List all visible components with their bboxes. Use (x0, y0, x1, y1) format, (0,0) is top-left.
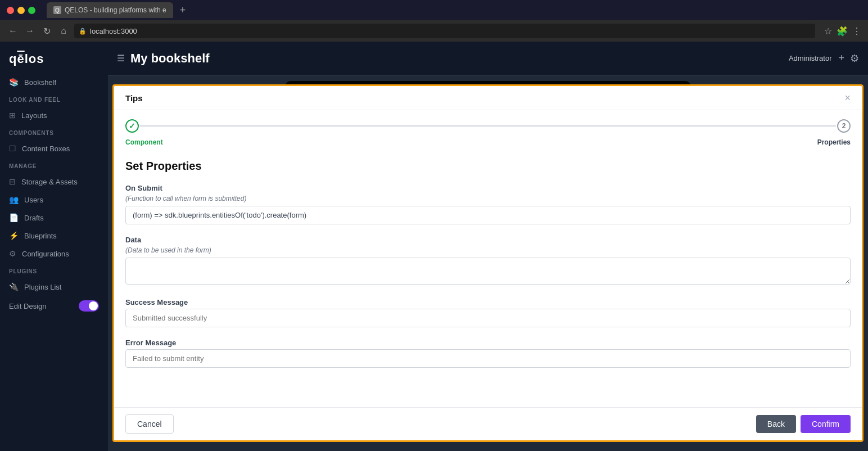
on-submit-sublabel: (Function to call when form is submitted… (125, 195, 851, 202)
edit-design-row: Edit Design (0, 296, 108, 316)
cancel-button[interactable]: Cancel (125, 414, 174, 434)
browser-actions: ☆ 🧩 ⋮ (824, 26, 861, 37)
section-label-plugins: PLUGINS (0, 263, 108, 278)
close-traffic-light[interactable] (7, 7, 14, 14)
topbar: ☰ My bookshelf Administrator + ⚙ (108, 42, 868, 75)
confirm-button[interactable]: Confirm (801, 415, 851, 433)
drafts-label: Drafts (24, 214, 44, 222)
step-2-dot: 2 (837, 119, 851, 133)
sidebar-item-blueprints[interactable]: ⚡ Blueprints (0, 227, 108, 245)
data-label: Data (125, 236, 851, 244)
main-content: ☰ My bookshelf Administrator + ⚙ Form Bu… (108, 42, 868, 451)
blueprints-label: Blueprints (24, 232, 57, 240)
data-group: Data (Data to be used in the form) (125, 236, 851, 287)
close-button[interactable]: × (844, 93, 851, 103)
back-button[interactable]: ← (7, 26, 19, 36)
storage-icon: ⊟ (9, 177, 16, 186)
error-message-group: Error Message (125, 339, 851, 368)
data-sublabel: (Data to be used in the form) (125, 246, 851, 254)
bookshelf-label: Bookshelf (24, 78, 56, 87)
section-title: Set Properties (125, 160, 851, 173)
content-area: Form Builder Wizard Tips × ✓ (108, 75, 868, 451)
menu-icon[interactable]: ⋮ (852, 26, 861, 37)
topbar-icons: + ⚙ (838, 52, 859, 65)
browser-chrome: Q QELOS - building platforms with e + ← … (0, 0, 868, 42)
sidebar-item-configurations[interactable]: ⚙ Configurations (0, 245, 108, 263)
titlebar: Q QELOS - building platforms with e + (0, 0, 868, 20)
minimize-traffic-light[interactable] (17, 7, 25, 14)
footer-right: Back Confirm (756, 415, 851, 433)
step-line (140, 125, 836, 127)
section-label-look-and-feel: LOOK AND FEEL (0, 91, 108, 106)
on-submit-input[interactable] (125, 206, 851, 224)
star-icon[interactable]: ☆ (824, 26, 832, 37)
blueprints-icon: ⚡ (9, 231, 19, 240)
plugins-list-label: Plugins List (24, 283, 61, 291)
app-container: qēlos 📚 Bookshelf LOOK AND FEEL ⊞ Layout… (0, 42, 868, 451)
step-1-label: Component (125, 138, 163, 146)
logo-text: qēlos (9, 52, 99, 66)
modal-footer: Cancel Back Confirm (114, 407, 862, 440)
page-icon: ☰ (117, 53, 125, 64)
add-icon[interactable]: + (838, 52, 844, 65)
modal: Tips × ✓ 2 Component (114, 86, 862, 440)
back-button[interactable]: Back (756, 415, 796, 433)
section-label-components: COMPONENTS (0, 124, 108, 139)
modal-header: Tips × (114, 86, 862, 110)
error-message-label: Error Message (125, 339, 851, 347)
step-1-check: ✓ (129, 121, 135, 130)
home-button[interactable]: ⌂ (57, 26, 70, 36)
sidebar-item-bookshelf[interactable]: 📚 Bookshelf (0, 73, 108, 91)
tab-title: QELOS - building platforms with e (65, 6, 166, 14)
maximize-traffic-light[interactable] (28, 7, 35, 14)
step-2-number: 2 (842, 122, 846, 130)
sidebar-item-content-boxes[interactable]: ☐ Content Boxes (0, 139, 108, 157)
refresh-button[interactable]: ↻ (40, 26, 53, 37)
sidebar-item-plugins-list[interactable]: 🔌 Plugins List (0, 278, 108, 296)
users-icon: 👥 (9, 195, 19, 204)
storage-label: Storage & Assets (21, 178, 78, 186)
url-text: localhost:3000 (90, 27, 137, 35)
lock-icon: 🔒 (79, 28, 87, 35)
extensions-icon[interactable]: 🧩 (837, 26, 848, 37)
layouts-label: Layouts (21, 111, 47, 120)
users-label: Users (24, 196, 43, 204)
sidebar-item-layouts[interactable]: ⊞ Layouts (0, 106, 108, 124)
on-submit-label: On Submit (125, 184, 851, 192)
step-1-dot: ✓ (125, 119, 139, 133)
edit-design-toggle[interactable] (79, 300, 99, 312)
sidebar-item-drafts[interactable]: 📄 Drafts (0, 209, 108, 227)
plugins-icon: 🔌 (9, 282, 19, 291)
modal-body: Set Properties On Submit (Function to ca… (114, 151, 862, 407)
modal-title: Tips (125, 93, 143, 103)
step-labels: Component Properties (114, 137, 862, 151)
browser-tab[interactable]: Q QELOS - building platforms with e (47, 2, 173, 18)
tab-favicon: Q (53, 6, 61, 14)
step-2-label: Properties (817, 138, 851, 146)
page-title: My bookshelf (130, 51, 210, 66)
address-bar: ← → ↻ ⌂ 🔒 localhost:3000 ☆ 🧩 ⋮ (0, 20, 868, 42)
wizard-steps: ✓ 2 (114, 110, 862, 137)
dialog-wrapper: Tips × ✓ 2 Component (112, 84, 864, 442)
url-bar[interactable]: 🔒 localhost:3000 (74, 24, 815, 38)
data-input[interactable] (125, 258, 851, 285)
layouts-icon: ⊞ (9, 111, 16, 120)
settings-icon[interactable]: ⚙ (850, 52, 859, 65)
error-message-input[interactable] (125, 349, 851, 368)
forward-button[interactable]: → (24, 26, 36, 36)
sidebar: qēlos 📚 Bookshelf LOOK AND FEEL ⊞ Layout… (0, 42, 108, 451)
toggle-knob (89, 301, 98, 310)
configurations-label: Configurations (22, 250, 69, 258)
success-message-input[interactable] (125, 309, 851, 327)
sidebar-logo: qēlos (0, 42, 108, 73)
topbar-left: ☰ My bookshelf (117, 51, 210, 66)
admin-label: Administrator (789, 54, 832, 62)
sidebar-item-storage[interactable]: ⊟ Storage & Assets (0, 173, 108, 191)
section-label-manage: MANAGE (0, 157, 108, 173)
success-message-label: Success Message (125, 298, 851, 306)
bookshelf-icon: 📚 (9, 78, 19, 87)
traffic-lights (7, 7, 35, 14)
new-tab-button[interactable]: + (180, 4, 186, 16)
sidebar-item-users[interactable]: 👥 Users (0, 191, 108, 209)
edit-design-label: Edit Design (9, 302, 46, 310)
